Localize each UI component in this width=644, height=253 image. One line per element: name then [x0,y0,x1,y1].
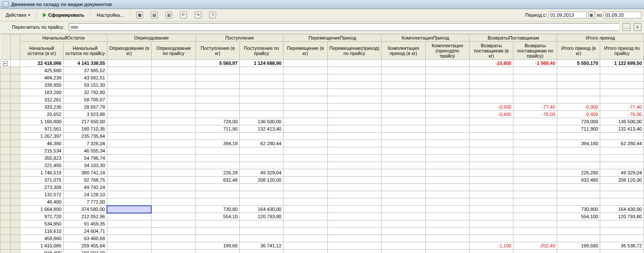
data-cell[interactable]: 43 581,51 [63,74,107,82]
data-cell[interactable] [557,82,600,89]
data-cell[interactable] [425,133,470,140]
tree-cell[interactable] [0,198,11,206]
data-cell[interactable] [470,169,513,177]
data-cell[interactable] [600,82,644,89]
data-cell[interactable]: 7 772,00 [63,198,107,206]
data-cell[interactable] [151,74,195,82]
column-header[interactable]: Перемещение (в кг) [284,42,328,60]
data-cell[interactable] [425,206,470,213]
data-cell[interactable] [240,198,284,206]
data-cell[interactable] [107,125,151,133]
data-cell[interactable]: 728,000 [557,118,600,125]
table-row[interactable]: 339,95059 151,30 [0,82,644,89]
data-cell[interactable]: 59 151,30 [63,82,107,89]
data-cell[interactable]: 554,100 [557,213,600,220]
data-cell[interactable] [107,206,151,213]
data-cell[interactable] [107,155,151,162]
data-cell[interactable] [151,155,195,162]
data-cell[interactable] [107,60,151,67]
data-cell[interactable]: 120 793,80 [600,213,644,220]
data-cell[interactable] [107,96,151,104]
data-cell[interactable] [513,96,557,104]
data-cell[interactable] [240,184,284,191]
data-cell[interactable]: 374 580,00 [63,206,107,213]
data-cell[interactable] [470,67,513,74]
tree-cell[interactable] [10,184,20,191]
data-cell[interactable] [284,235,328,242]
data-cell[interactable] [513,184,557,191]
data-cell[interactable] [284,118,328,125]
data-cell[interactable] [327,177,382,184]
data-cell[interactable] [240,235,284,242]
data-cell[interactable] [382,133,426,140]
column-header[interactable]: Начальный остаток по прайсу [63,42,107,60]
data-cell[interactable] [196,235,240,242]
data-cell[interactable]: 484,239 [20,74,63,82]
column-header[interactable]: Поступления по прайсу [240,42,284,60]
data-cell[interactable] [284,147,328,155]
tree-cell[interactable] [10,169,20,177]
tree-cell[interactable] [0,89,11,96]
tree-cell[interactable] [10,147,20,155]
data-cell[interactable]: 355,823 [20,155,63,162]
data-cell[interactable] [327,104,382,111]
data-cell[interactable] [151,220,195,228]
data-cell[interactable] [327,147,382,155]
column-header[interactable]: Начальный остаток (в кг) [20,42,63,60]
tree-cell[interactable] [10,104,20,111]
tree-cell[interactable] [0,177,11,184]
data-cell[interactable] [425,184,470,191]
data-cell[interactable]: 728,00 [196,118,240,125]
tree-cell[interactable] [10,206,20,213]
data-cell[interactable] [600,198,644,206]
data-cell[interactable]: 730,80 [196,206,240,213]
data-cell[interactable] [196,133,240,140]
data-cell[interactable] [513,74,557,82]
tree-cell[interactable] [10,74,20,82]
tree-cell[interactable] [0,111,11,118]
data-cell[interactable] [557,191,600,198]
tree-cell[interactable] [0,118,11,125]
collapse-toggle[interactable]: − [3,61,8,66]
column-header[interactable]: Комплектация приход (в кг) [382,42,426,60]
data-cell[interactable]: 217 650,00 [63,118,107,125]
data-cell[interactable] [513,147,557,155]
data-cell[interactable]: 554,10 [196,213,240,220]
data-cell[interactable]: -76,00 [600,111,644,118]
data-cell[interactable] [382,191,426,198]
data-cell[interactable] [151,111,195,118]
data-cell[interactable] [382,184,426,191]
data-cell[interactable]: 215,534 [20,147,63,155]
data-cell[interactable]: 34 103,30 [63,162,107,169]
data-cell[interactable]: 199,68 [196,242,240,250]
column-header[interactable]: Перемещение(приход) по прайсу [327,42,382,60]
data-cell[interactable]: -0,400 [557,111,600,118]
data-cell[interactable] [470,82,513,89]
data-cell[interactable] [600,74,644,82]
data-cell[interactable] [382,96,426,104]
tree-cell[interactable] [0,74,11,82]
table-row[interactable]: 1 160,800217 650,00728,00136 500,00728,0… [0,118,644,125]
data-cell[interactable]: 20,652 [20,111,63,118]
table-row[interactable]: 221,45034 103,30 [0,162,644,169]
data-cell[interactable]: 208 120,00 [600,177,644,184]
data-cell[interactable] [107,111,151,118]
tool-icon-5[interactable]: ↷ [192,10,204,20]
data-cell[interactable] [470,125,513,133]
data-cell[interactable] [151,213,195,220]
data-cell[interactable] [425,155,470,162]
data-cell[interactable]: 212 052,96 [63,213,107,220]
data-cell[interactable] [151,162,195,169]
data-cell[interactable]: 46 555,34 [63,147,107,155]
data-cell[interactable] [196,96,240,104]
data-cell[interactable] [425,235,470,242]
data-cell[interactable] [600,96,644,104]
data-cell[interactable] [196,198,240,206]
tree-cell[interactable] [10,213,20,220]
data-cell[interactable]: -202,40 [513,242,557,250]
tree-cell[interactable] [0,147,11,155]
data-cell[interactable] [600,89,644,96]
data-cell[interactable]: -77,40 [513,104,557,111]
data-cell[interactable] [425,220,470,228]
data-cell[interactable] [470,220,513,228]
